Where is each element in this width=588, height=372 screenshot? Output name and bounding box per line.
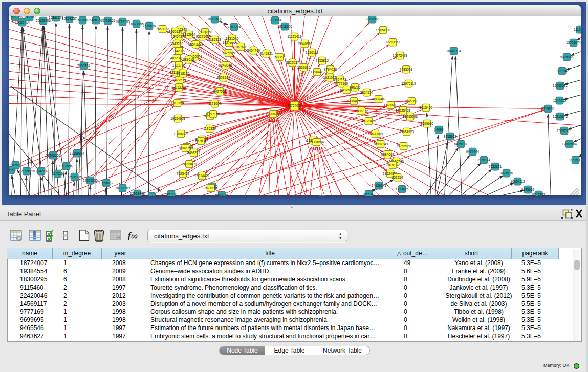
svg-text:7632621: 7632621 — [488, 164, 502, 168]
svg-text:10973493: 10973493 — [393, 53, 407, 57]
svg-text:114519: 114519 — [52, 171, 63, 175]
svg-text:19384554: 19384554 — [309, 140, 324, 143]
svg-text:8660124: 8660124 — [168, 29, 182, 33]
svg-text:1027513: 1027513 — [172, 78, 186, 81]
svg-text:1171004: 1171004 — [208, 101, 221, 105]
svg-text:8186328: 8186328 — [208, 37, 221, 41]
svg-text:8912954: 8912954 — [182, 32, 195, 36]
svg-text:15751074: 15751074 — [566, 40, 581, 44]
svg-text:1696112: 1696112 — [306, 50, 318, 54]
svg-text:16861779: 16861779 — [49, 16, 63, 19]
svg-text:9327505: 9327505 — [195, 34, 209, 38]
svg-text:15640910: 15640910 — [297, 41, 312, 45]
svg-text:16671355: 16671355 — [129, 21, 144, 25]
svg-text:1733426: 1733426 — [395, 187, 408, 190]
svg-text:9457791: 9457791 — [164, 192, 178, 195]
svg-text:16543382: 16543382 — [188, 42, 203, 46]
svg-text:1142009: 1142009 — [172, 49, 185, 52]
svg-text:8454749: 8454749 — [247, 48, 260, 52]
svg-text:857834: 857834 — [195, 139, 206, 142]
svg-text:1315061: 1315061 — [9, 163, 23, 166]
svg-text:16154808: 16154808 — [376, 28, 390, 31]
svg-text:3375685: 3375685 — [222, 51, 235, 54]
svg-text:12923448: 12923448 — [130, 191, 145, 195]
svg-text:15720407: 15720407 — [361, 119, 376, 122]
svg-text:16914479: 16914479 — [194, 173, 209, 177]
svg-text:12093581: 12093581 — [553, 83, 568, 87]
svg-text:7663822: 7663822 — [156, 27, 169, 30]
svg-text:12156829: 12156829 — [19, 169, 34, 172]
svg-text:1571633: 1571633 — [204, 186, 217, 189]
svg-text:17016504: 17016504 — [562, 142, 577, 145]
svg-text:2367608: 2367608 — [234, 45, 247, 48]
svg-text:20691406: 20691406 — [36, 18, 51, 22]
svg-text:(x): (x) — [131, 233, 138, 239]
svg-text:2087682: 2087682 — [365, 17, 379, 20]
svg-text:8471676: 8471676 — [499, 171, 513, 174]
svg-text:1797150: 1797150 — [206, 112, 220, 115]
svg-text:12975119: 12975119 — [401, 81, 416, 85]
svg-text:16210643: 16210643 — [553, 114, 568, 118]
svg-text:12213369: 12213369 — [171, 85, 186, 89]
svg-text:10688609: 10688609 — [368, 132, 383, 135]
svg-text:12942737: 12942737 — [34, 169, 49, 172]
svg-text:10654112: 10654112 — [510, 179, 525, 183]
svg-text:1562615: 1562615 — [297, 65, 310, 69]
svg-text:12213967: 12213967 — [385, 40, 400, 43]
svg-text:1244415: 1244415 — [553, 98, 566, 102]
svg-text:7955812: 7955812 — [315, 58, 329, 62]
svg-text:10807487: 10807487 — [371, 97, 386, 100]
svg-text:2935114: 2935114 — [477, 158, 490, 161]
svg-text:4812343: 4812343 — [170, 56, 183, 59]
svg-text:19756928: 19756928 — [396, 144, 411, 147]
svg-text:18300295: 18300295 — [266, 112, 280, 115]
svg-text:8813054: 8813054 — [268, 18, 281, 21]
svg-text:8958923: 8958923 — [443, 134, 456, 138]
svg-text:16495796: 16495796 — [403, 114, 418, 118]
svg-text:9699695: 9699695 — [420, 121, 433, 125]
svg-text:9684067: 9684067 — [381, 152, 394, 156]
svg-text:8822037: 8822037 — [286, 60, 299, 64]
svg-text:2718176: 2718176 — [176, 71, 189, 75]
svg-text:14136141: 14136141 — [372, 183, 386, 187]
svg-text:7986372: 7986372 — [355, 108, 368, 112]
svg-text:1135359: 1135359 — [203, 126, 216, 130]
svg-text:18724007: 18724007 — [287, 103, 302, 107]
svg-text:10958117: 10958117 — [99, 181, 114, 184]
svg-text:15692971: 15692971 — [557, 128, 572, 132]
svg-text:1167533: 1167533 — [569, 158, 581, 161]
svg-text:1010755: 1010755 — [170, 101, 184, 104]
svg-text:10975887: 10975887 — [59, 164, 74, 167]
svg-text:1815342: 1815342 — [362, 192, 375, 195]
svg-text:18907249: 18907249 — [373, 142, 388, 145]
svg-text:9245231: 9245231 — [532, 192, 545, 195]
svg-text:10719155: 10719155 — [100, 18, 115, 22]
svg-text:10853257: 10853257 — [62, 16, 77, 20]
svg-text:20206556: 20206556 — [46, 153, 60, 157]
svg-text:1831546: 1831546 — [225, 36, 238, 40]
svg-text:9242848: 9242848 — [219, 63, 232, 67]
svg-text:11325419: 11325419 — [287, 34, 302, 38]
svg-text:1112453: 1112453 — [574, 27, 581, 31]
svg-text:1790448: 1790448 — [310, 70, 323, 73]
svg-text:1543210: 1543210 — [170, 41, 183, 45]
svg-text:9794028: 9794028 — [323, 67, 337, 71]
svg-text:7625402: 7625402 — [176, 171, 189, 175]
svg-text:9329966: 9329966 — [560, 55, 573, 58]
svg-text:946362: 946362 — [406, 99, 417, 102]
svg-text:9115460: 9115460 — [420, 105, 432, 109]
svg-text:9777169: 9777169 — [335, 81, 348, 85]
svg-text:5498222: 5498222 — [187, 150, 200, 154]
svg-text:10025458: 10025458 — [396, 108, 410, 112]
svg-text:16033809: 16033809 — [207, 17, 222, 20]
svg-text:14099489: 14099489 — [182, 162, 197, 165]
svg-text:17359924: 17359924 — [70, 151, 84, 155]
svg-text:17957255: 17957255 — [83, 178, 98, 182]
svg-text:19654925: 19654925 — [170, 116, 185, 120]
svg-text:2803144: 2803144 — [216, 75, 230, 79]
svg-text:1815132: 1815132 — [386, 163, 399, 166]
svg-text:19654923: 19654923 — [399, 129, 414, 133]
svg-text:16648784: 16648784 — [446, 49, 461, 52]
svg-text:2005334: 2005334 — [77, 63, 90, 67]
svg-text:20364436: 20364436 — [346, 99, 361, 102]
